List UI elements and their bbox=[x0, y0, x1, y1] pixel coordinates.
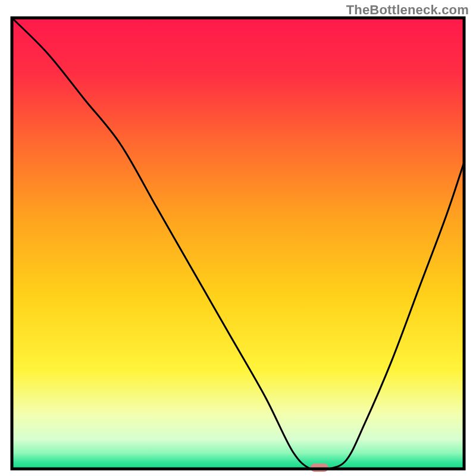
plot-background bbox=[12, 18, 464, 469]
bottleneck-chart bbox=[0, 0, 476, 476]
watermark-text: TheBottleneck.com bbox=[346, 2, 469, 18]
chart-container: TheBottleneck.com bbox=[0, 0, 476, 476]
